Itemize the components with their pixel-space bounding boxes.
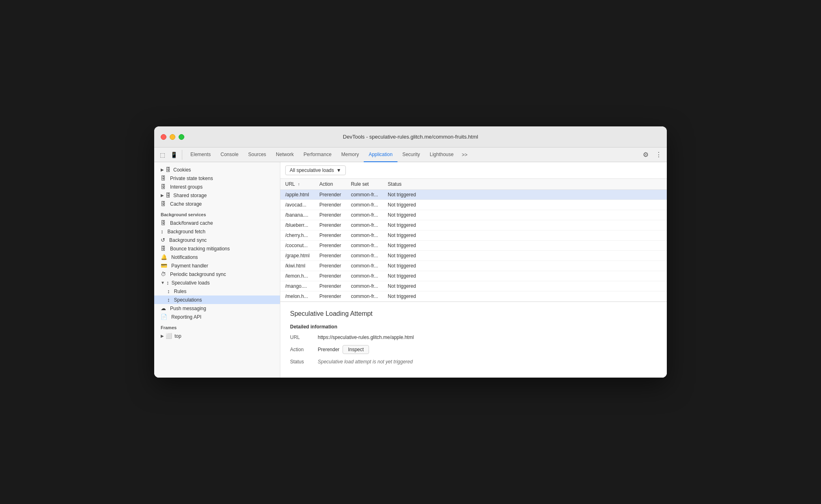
tab-security[interactable]: Security — [397, 148, 425, 162]
sidebar-item-background-fetch[interactable]: ↕ Background fetch — [154, 227, 280, 236]
sidebar-item-label-shared-storage: Shared storage — [173, 193, 207, 198]
sidebar-item-payment-handler[interactable]: 💳 Payment handler — [154, 261, 280, 270]
payment-handler-card-icon: 💳 — [161, 263, 167, 269]
tab-memory[interactable]: Memory — [336, 148, 364, 162]
sidebar-item-reporting-api[interactable]: 📄 Reporting API — [154, 313, 280, 321]
sidebar-item-back-forward-cache[interactable]: 🗄 Back/forward cache — [154, 219, 280, 227]
settings-icon[interactable]: ⚙ — [641, 150, 651, 160]
col-header-ruleset[interactable]: Rule set — [346, 179, 383, 190]
background-services-section: Background services — [154, 208, 280, 219]
detail-section-title: Detailed information — [290, 324, 657, 330]
cell-action: Prerender — [314, 241, 346, 251]
cell-action: Prerender — [314, 220, 346, 230]
sidebar-item-label-private-state: Private state tokens — [170, 176, 213, 181]
filter-bar: All speculative loads ▼ — [280, 162, 667, 179]
device-mode-icon[interactable]: 📱 — [169, 150, 179, 160]
sidebar-item-label-bg-sync: Background sync — [169, 237, 207, 243]
close-button[interactable] — [161, 134, 166, 140]
table-row[interactable]: /apple.htmlPrerendercommon-fr...Not trig… — [280, 190, 667, 200]
sidebar-item-speculative-loads[interactable]: ▼ ↕ Speculative loads — [154, 278, 280, 287]
sidebar-item-label-interest-groups: Interest groups — [170, 184, 203, 190]
cell-url: /blueberr... — [280, 220, 314, 230]
sidebar-item-interest-groups[interactable]: 🗄 Interest groups — [154, 182, 280, 191]
cell-action: Prerender — [314, 210, 346, 220]
sidebar-item-shared-storage[interactable]: ▶ 🗄 Shared storage — [154, 191, 280, 200]
sidebar-item-notifications[interactable]: 🔔 Notifications — [154, 253, 280, 261]
inspect-element-icon[interactable]: ⬚ — [157, 150, 167, 160]
sidebar-item-label-push-messaging: Push messaging — [170, 306, 206, 311]
tab-network[interactable]: Network — [271, 148, 299, 162]
col-header-action[interactable]: Action — [314, 179, 346, 190]
cache-storage-db-icon: 🗄 — [161, 201, 166, 207]
tab-application[interactable]: Application — [364, 148, 397, 162]
table-row[interactable]: /grape.htmlPrerendercommon-fr...Not trig… — [280, 251, 667, 261]
speculative-loads-icon: ↕ — [166, 280, 169, 286]
table-row[interactable]: /blueberr...Prerendercommon-fr...Not tri… — [280, 220, 667, 230]
sidebar-item-private-state-tokens[interactable]: 🗄 Private state tokens — [154, 174, 280, 182]
filter-dropdown[interactable]: All speculative loads ▼ — [285, 165, 346, 175]
cell-ruleset: common-fr... — [346, 271, 383, 281]
tab-console[interactable]: Console — [216, 148, 243, 162]
table-row[interactable]: /kiwi.htmlPrerendercommon-fr...Not trigg… — [280, 261, 667, 271]
sidebar-item-label-cookies: Cookies — [173, 167, 191, 173]
sidebar-item-bounce-tracking[interactable]: 🗄 Bounce tracking mitigations — [154, 244, 280, 253]
push-messaging-cloud-icon: ☁ — [161, 305, 166, 311]
cell-action: Prerender — [314, 291, 346, 302]
inspect-button[interactable]: Inspect — [343, 345, 369, 354]
back-forward-db-icon: 🗄 — [161, 220, 166, 226]
cell-ruleset: common-fr... — [346, 241, 383, 251]
table-row[interactable]: /mango....Prerendercommon-fr...Not trigg… — [280, 281, 667, 291]
tab-performance[interactable]: Performance — [299, 148, 336, 162]
table-row[interactable]: /coconut...Prerendercommon-fr...Not trig… — [280, 241, 667, 251]
cell-url: /melon.h... — [280, 291, 314, 302]
sidebar-item-background-sync[interactable]: ↺ Background sync — [154, 236, 280, 244]
sidebar-item-speculations[interactable]: ↕ Speculations — [154, 295, 280, 304]
more-tabs-button[interactable]: >> — [459, 150, 471, 159]
detail-url-label: URL — [290, 335, 314, 340]
table-row[interactable]: /avocad...Prerendercommon-fr...Not trigg… — [280, 200, 667, 210]
cell-ruleset: common-fr... — [346, 281, 383, 291]
bounce-tracking-db-icon: 🗄 — [161, 245, 166, 252]
shared-storage-arrow-icon: ▶ — [161, 193, 164, 198]
cell-url: /coconut... — [280, 241, 314, 251]
tab-lighthouse[interactable]: Lighthouse — [425, 148, 459, 162]
table-row[interactable]: /melon.h...Prerendercommon-fr...Not trig… — [280, 291, 667, 302]
sidebar-item-push-messaging[interactable]: ☁ Push messaging — [154, 304, 280, 313]
col-header-status[interactable]: Status — [383, 179, 667, 190]
background-sync-icon: ↺ — [161, 237, 165, 243]
col-header-url[interactable]: URL ↑ — [280, 179, 314, 190]
sidebar-item-label-cache-storage: Cache storage — [170, 201, 202, 207]
minimize-button[interactable] — [170, 134, 175, 140]
cell-ruleset: common-fr... — [346, 251, 383, 261]
detail-url-value: https://speculative-rules.glitch.me/appl… — [318, 335, 414, 340]
sidebar-item-label-speculations: Speculations — [174, 297, 202, 303]
table-container[interactable]: URL ↑ Action Rule set Status — [280, 179, 667, 302]
tab-sources[interactable]: Sources — [243, 148, 271, 162]
cell-status: Not triggered — [383, 220, 667, 230]
more-options-icon[interactable]: ⋮ — [654, 150, 664, 160]
interest-groups-db-icon: 🗄 — [161, 184, 166, 190]
tab-elements[interactable]: Elements — [186, 148, 216, 162]
table-row[interactable]: /lemon.h...Prerendercommon-fr...Not trig… — [280, 271, 667, 281]
sidebar-item-periodic-bg-sync[interactable]: ⏱ Periodic background sync — [154, 270, 280, 278]
cell-status: Not triggered — [383, 291, 667, 302]
sidebar-item-cache-storage[interactable]: 🗄 Cache storage — [154, 200, 280, 208]
devtools-tabs-bar: ⬚ 📱 Elements Console Sources Network Per… — [154, 148, 667, 162]
periodic-sync-clock-icon: ⏱ — [161, 271, 166, 277]
sidebar-item-label-bfcache: Back/forward cache — [170, 220, 213, 226]
cell-url: /cherry.h... — [280, 230, 314, 241]
detail-url-row: URL https://speculative-rules.glitch.me/… — [290, 335, 657, 340]
sidebar-item-label-bounce-tracking: Bounce tracking mitigations — [170, 246, 230, 252]
cell-url: /apple.html — [280, 190, 314, 200]
sidebar-item-cookies[interactable]: ▶ 🗄 Cookies — [154, 165, 280, 174]
sidebar-item-label-rules: Rules — [174, 289, 187, 294]
table-row[interactable]: /cherry.h...Prerendercommon-fr...Not tri… — [280, 230, 667, 241]
sidebar-item-rules[interactable]: ↕ Rules — [154, 287, 280, 295]
sidebar-item-frame-top[interactable]: ▶ ⬜ top — [154, 332, 280, 340]
table-row[interactable]: /banana....Prerendercommon-fr...Not trig… — [280, 210, 667, 220]
tab-icons-group: ⬚ 📱 — [157, 150, 182, 160]
cell-status: Not triggered — [383, 230, 667, 241]
maximize-button[interactable] — [179, 134, 184, 140]
cell-ruleset: common-fr... — [346, 230, 383, 241]
detail-status-row: Status Speculative load attempt is not y… — [290, 359, 657, 365]
